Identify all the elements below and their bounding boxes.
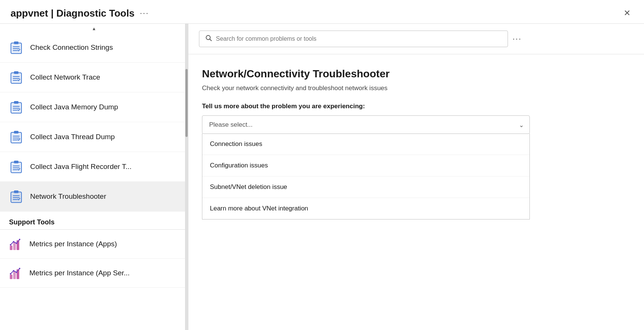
problem-label: Tell us more about the problem you are e… (202, 103, 630, 110)
svg-rect-20 (14, 131, 18, 134)
search-input[interactable] (216, 35, 502, 42)
search-bar (199, 31, 508, 47)
sidebar-items-container: Check Connection Strings Collect Network… (0, 33, 188, 212)
main-layout: ▲ Check Connection Strings Collect Netwo… (0, 24, 644, 330)
tool-description: Check your network connectivity and trou… (202, 84, 630, 92)
page-title: appvnet | Diagnostic Tools (11, 8, 135, 19)
scroll-up-indicator[interactable]: ▲ (0, 24, 188, 33)
dropdown-option[interactable]: Subnet/VNet deletion issue (202, 177, 529, 198)
svg-point-42 (19, 239, 20, 240)
svg-rect-32 (14, 190, 18, 193)
problem-dropdown[interactable]: Please select... Connection issuesConfig… (202, 115, 530, 134)
clipboard-icon (9, 130, 23, 144)
clipboard-icon (9, 189, 23, 204)
sidebar-scrollbar[interactable] (185, 24, 188, 330)
svg-point-41 (16, 243, 17, 244)
dropdown-options-list: Connection issuesConfiguration issuesSub… (202, 134, 530, 219)
title-bar: appvnet | Diagnostic Tools ··· ✕ (0, 0, 644, 24)
svg-point-48 (16, 272, 17, 273)
svg-point-39 (10, 244, 11, 246)
sidebar-item-label: Collect Network Trace (30, 73, 100, 81)
sidebar-item-metrics-per-instance-appser[interactable]: Metrics per Instance (App Ser... (0, 259, 188, 288)
svg-rect-14 (14, 101, 18, 104)
sidebar-item-label: Collect Java Memory Dump (30, 103, 118, 111)
title-bar-left: appvnet | Diagnostic Tools ··· (11, 8, 149, 19)
dropdown-option[interactable]: Learn more about VNet integration (202, 198, 529, 219)
content-area: ··· Network/Connectivity Troubleshooter … (188, 24, 644, 330)
scroll-up-arrow: ▲ (92, 26, 96, 31)
metrics-icon (9, 266, 23, 280)
svg-rect-37 (13, 243, 16, 250)
sidebar-item-collect-java-thread-dump[interactable]: Collect Java Thread Dump (0, 122, 188, 152)
problem-dropdown-wrapper: Please select... Connection issuesConfig… (202, 115, 530, 134)
svg-rect-26 (14, 161, 18, 163)
sidebar-item-label: Network Troubleshooter (30, 192, 106, 201)
svg-rect-2 (14, 41, 18, 44)
svg-rect-36 (10, 246, 12, 250)
dropdown-option[interactable]: Configuration issues (202, 155, 529, 177)
sidebar-item-network-troubleshooter[interactable]: Network Troubleshooter (0, 182, 188, 212)
close-button[interactable]: ✕ (621, 7, 633, 20)
search-bar-container: ··· (188, 24, 644, 54)
svg-line-51 (210, 39, 212, 41)
tool-title: Network/Connectivity Troubleshooter (202, 68, 630, 80)
sidebar-item-check-connection-strings[interactable]: Check Connection Strings (0, 33, 188, 63)
sidebar-item-label: Check Connection Strings (30, 43, 113, 52)
sidebar-item-label: Collect Java Thread Dump (30, 133, 115, 141)
clipboard-icon (9, 70, 23, 84)
svg-point-40 (13, 241, 14, 243)
svg-point-47 (13, 270, 14, 272)
dropdown-option[interactable]: Connection issues (202, 134, 529, 155)
svg-rect-8 (14, 71, 18, 74)
title-options-button[interactable]: ··· (140, 8, 149, 18)
clipboard-icon (9, 100, 23, 114)
sidebar: ▲ Check Connection Strings Collect Netwo… (0, 24, 188, 330)
svg-rect-44 (13, 272, 16, 279)
sidebar-item-label: Metrics per Instance (Apps) (29, 240, 117, 248)
svg-point-46 (10, 273, 11, 275)
metrics-icon (9, 237, 23, 251)
scrollbar-thumb (185, 69, 188, 137)
sidebar-item-collect-network-trace[interactable]: Collect Network Trace (0, 63, 188, 92)
svg-rect-43 (10, 275, 12, 279)
svg-point-49 (19, 268, 20, 269)
sidebar-item-metrics-per-instance-apps[interactable]: Metrics per Instance (Apps) (0, 230, 188, 259)
clipboard-icon (9, 40, 23, 55)
tool-content: Network/Connectivity Troubleshooter Chec… (188, 54, 644, 219)
sidebar-item-collect-java-memory-dump[interactable]: Collect Java Memory Dump (0, 92, 188, 122)
sidebar-support-container: Metrics per Instance (Apps) Metrics per … (0, 230, 188, 288)
sidebar-item-label: Collect Java Flight Recorder T... (30, 163, 132, 171)
support-tools-header: Support Tools (0, 212, 188, 230)
search-options-button[interactable]: ··· (512, 34, 522, 44)
sidebar-item-collect-java-flight-recorder[interactable]: Collect Java Flight Recorder T... (0, 152, 188, 182)
sidebar-item-label: Metrics per Instance (App Ser... (29, 269, 130, 277)
search-icon (205, 35, 212, 43)
clipboard-icon (9, 160, 23, 174)
